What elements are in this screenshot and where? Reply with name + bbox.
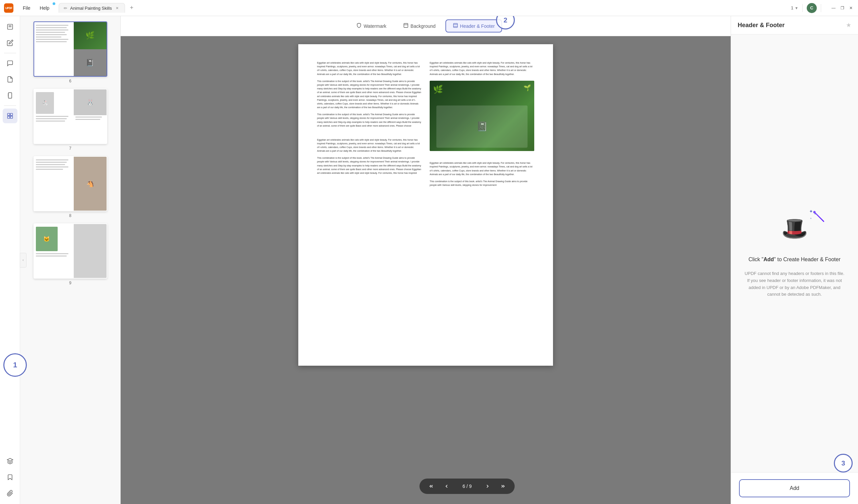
page-nav-chevron[interactable]: ▼ xyxy=(795,6,798,10)
first-page-button[interactable] xyxy=(426,481,436,491)
left-sidebar: 1 xyxy=(0,16,20,504)
thumbnail-image-9: 🐱 xyxy=(33,223,107,279)
sidebar-item-bookmark[interactable] xyxy=(3,470,17,485)
star-button[interactable]: ★ xyxy=(846,21,851,29)
sidebar-item-organize[interactable] xyxy=(3,109,17,123)
minimize-button[interactable]: — xyxy=(830,5,837,11)
magic-illustration: 🎩 ✦ ✦ ✦ xyxy=(775,209,815,249)
tab-close-button[interactable]: ✕ xyxy=(115,5,120,11)
thumbnail-image-8: 🐴 xyxy=(33,156,107,211)
pdf-view-area[interactable]: Egyptian art celebrates animals like cat… xyxy=(121,36,731,504)
background-icon xyxy=(403,23,409,29)
window-controls: — ❐ ✕ xyxy=(830,5,854,11)
pdf-plant-image: 📓 🌿 🌱 xyxy=(430,81,534,151)
app-logo: UPDF xyxy=(4,3,13,13)
add-bold: Add xyxy=(763,257,774,262)
main-layout: 1 xyxy=(0,16,858,504)
tab-edit-icon: ✏ xyxy=(64,6,67,11)
svg-rect-6 xyxy=(10,116,12,118)
page-number-9: 9 xyxy=(69,281,72,285)
title-bar: UPDF File Help ✏ Animal Painting Skills … xyxy=(0,0,858,16)
sidebar-item-edit[interactable] xyxy=(3,35,17,50)
title-bar-right: 1 ▼ C — ❐ ✕ xyxy=(791,3,854,13)
sidebar-item-pages[interactable] xyxy=(3,88,17,103)
sidebar-item-attach[interactable] xyxy=(3,486,17,501)
svg-rect-4 xyxy=(10,114,12,116)
thumbnail-image-6: 🌿 📓 xyxy=(33,21,107,77)
thumbnail-page-6[interactable]: 🌿 📓 6 xyxy=(24,21,116,83)
tab-title: Animal Painting Skills xyxy=(70,6,112,11)
background-label: Background xyxy=(411,23,436,29)
watermark-button[interactable]: Watermark xyxy=(349,20,394,32)
annotation-circle-2: 2 xyxy=(496,16,515,30)
header-footer-label: Header & Footer xyxy=(460,23,495,29)
sidebar-item-comment[interactable] xyxy=(3,56,17,71)
app-logo-icon: UPDF xyxy=(4,3,13,13)
header-footer-button[interactable]: Header & Footer 2 xyxy=(445,19,503,32)
sidebar-item-layers[interactable] xyxy=(3,454,17,469)
add-button[interactable]: Add xyxy=(739,479,850,497)
divider xyxy=(803,4,803,12)
svg-rect-5 xyxy=(7,116,10,118)
maximize-button[interactable]: ❐ xyxy=(839,5,845,11)
header-footer-icon xyxy=(453,23,458,29)
sidebar-divider xyxy=(4,53,16,53)
document-tab[interactable]: ✏ Animal Painting Skills ✕ xyxy=(59,3,125,13)
pdf-left-column: Egyptian art celebrates animals like cat… xyxy=(317,61,422,349)
watermark-label: Watermark xyxy=(364,23,386,29)
right-panel: Header & Footer ★ 🎩 ✦ ✦ ✦ xyxy=(731,16,858,504)
thumbnail-panel: 🌿 📓 6 🐇 🐰 xyxy=(20,16,121,504)
panel-main-text: Click "Add" to Create Header & Footer xyxy=(748,256,841,263)
pdf-right-column: Egyptian art celebrates animals like cat… xyxy=(430,61,534,349)
divider2 xyxy=(821,4,821,12)
content-wrapper: Watermark Background Header & Footer xyxy=(121,16,731,504)
thumbnail-page-9[interactable]: 🐱 9 xyxy=(24,223,116,285)
next-page-button[interactable] xyxy=(483,481,493,491)
right-panel-title: Header & Footer xyxy=(738,22,784,29)
magic-wand-icon xyxy=(814,212,824,222)
svg-rect-9 xyxy=(454,23,458,28)
menu-items: File Help xyxy=(19,4,53,12)
sparkle3-icon: ✦ xyxy=(810,217,812,220)
page-navigation-bar: 6 / 9 xyxy=(419,478,515,494)
tab-area: ✏ Animal Painting Skills ✕ + xyxy=(59,3,791,13)
help-menu[interactable]: Help xyxy=(36,4,54,12)
watermark-icon xyxy=(356,23,362,29)
thumbnail-page-7[interactable]: 🐇 🐰 7 xyxy=(24,89,116,151)
last-page-button[interactable] xyxy=(498,481,508,491)
background-button[interactable]: Background xyxy=(396,20,443,32)
right-panel-footer: 3 Add xyxy=(731,472,858,504)
magic-hat-icon: 🎩 xyxy=(781,216,808,241)
page-number-6: 6 xyxy=(69,79,72,83)
tab-add-button[interactable]: + xyxy=(127,3,137,13)
page-number-7: 7 xyxy=(69,146,72,151)
sidebar-item-page[interactable] xyxy=(3,72,17,87)
thumbnail-image-7: 🐇 🐰 xyxy=(33,89,107,144)
sidebar-bottom xyxy=(3,454,17,501)
file-menu[interactable]: File xyxy=(19,4,34,12)
right-panel-content: 🎩 ✦ ✦ ✦ Click "Add" to Create Header & F… xyxy=(731,34,858,472)
help-badge xyxy=(53,2,55,5)
sidebar-collapse-button[interactable]: ‹ xyxy=(20,253,27,267)
page-nav-display: 1 ▼ xyxy=(791,5,798,11)
user-avatar[interactable]: C xyxy=(807,3,817,13)
right-panel-header: Header & Footer ★ xyxy=(731,16,858,34)
svg-rect-8 xyxy=(404,23,408,28)
thumbnail-page-8[interactable]: 🐴 8 xyxy=(24,156,116,218)
sidebar-item-document[interactable] xyxy=(3,19,17,34)
top-toolbar: Watermark Background Header & Footer xyxy=(121,16,731,36)
sidebar-divider2 xyxy=(4,105,16,106)
svg-marker-7 xyxy=(7,458,13,461)
svg-rect-3 xyxy=(7,114,10,116)
pdf-page: Egyptian art celebrates animals like cat… xyxy=(298,44,553,366)
close-button[interactable]: ✕ xyxy=(848,5,854,11)
prev-page-button[interactable] xyxy=(442,481,452,491)
page-number-8: 8 xyxy=(69,213,72,218)
sparkle-icon: ✦ xyxy=(809,209,813,214)
page-info: 6 / 9 xyxy=(457,484,477,489)
panel-sub-text: UPDF cannot find any headers or footers … xyxy=(744,270,845,298)
